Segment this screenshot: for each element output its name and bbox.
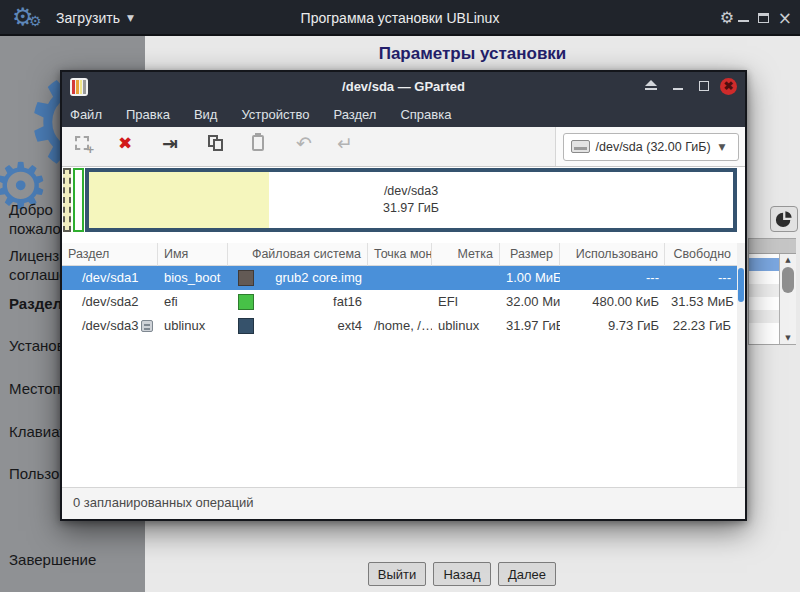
partition-bar-label: /dev/sda3 31.97 ГиБ [89,183,733,217]
undo-button[interactable]: ↶ [290,129,318,157]
ublinux-gears-logo-icon: ⚙ ⚙ [12,2,48,34]
pie-chart-icon [775,210,793,228]
menu-device[interactable]: Устройство [241,107,309,122]
menu-edit[interactable]: Правка [126,107,170,122]
resize-move-button[interactable]: ⇥ [156,129,184,157]
system-topbar: ⚙ ⚙ Загрузить ▼ Программа установки UBLi… [0,0,800,36]
scroll-up-icon[interactable]: ▲ [780,256,796,264]
gear-icon: ⚙ [29,12,42,30]
cell-free: 22.23 ГиБ [665,314,737,338]
partition-segment-sda1[interactable] [63,168,71,232]
screen: ⚙ ⚙ Загрузить ▼ Программа установки UBLi… [0,0,800,592]
scrollbar-thumb[interactable] [738,268,744,302]
header-size[interactable]: Размер [500,243,560,266]
header-label[interactable]: Метка [432,243,500,266]
chevron-down-icon: ▼ [719,142,726,152]
table-row[interactable] [749,284,780,297]
partition-table-header: Раздел Имя Файловая система Точка монт М… [62,243,737,266]
close-icon[interactable]: × [778,10,792,27]
cell-partition: /dev/sda2 [62,290,158,314]
device-selector[interactable]: /dev/sda (32.00 ГиБ) ▼ [563,133,739,161]
close-icon[interactable]: ✖ [720,78,737,95]
minimize-icon[interactable] [738,20,749,22]
maximize-icon[interactable] [758,13,769,23]
eject-icon[interactable] [645,80,657,92]
cell-name: bios_boot [158,266,228,290]
table-row-sda3[interactable]: /dev/sda3 ublinux ext4 /home, /… ublinux… [62,314,737,338]
gparted-titlebar[interactable]: /dev/sda — GParted ✖ [62,72,745,102]
cell-label: EFI [432,290,500,314]
footer-buttons: Выйти Назад Далее [368,562,556,586]
delete-icon: ✖ [118,133,132,153]
menu-file[interactable]: Файл [70,107,102,122]
resize-move-icon: ⇥ [162,132,178,154]
scrollbar[interactable]: ▲ ▼ [779,254,796,344]
filesystem-color-swatch [238,318,254,334]
back-button[interactable]: Назад [433,562,491,586]
cell-free: --- [665,266,737,290]
gparted-table-scrollbar[interactable] [737,243,745,487]
paste-icon [252,135,264,151]
undo-icon: ↶ [296,132,312,154]
cell-label: ublinux [432,314,500,338]
settings-gear-icon[interactable]: ⚙ [720,0,734,36]
header-filesystem[interactable]: Файловая система [228,243,368,266]
partition-segment-sda3[interactable]: /dev/sda3 31.97 ГиБ [85,168,737,232]
menu-view[interactable]: Вид [194,107,218,122]
header-name[interactable]: Имя [158,243,228,266]
selected-row[interactable] [749,258,780,271]
partition-segment-sda2[interactable] [73,168,84,232]
filesystem-color-swatch [238,270,254,286]
filesystem-color-swatch [238,294,254,310]
window-title: Программа установки UBLinux [200,0,600,36]
next-button[interactable]: Далее [498,562,556,586]
cell-filesystem: ext4 [254,314,368,338]
menu-help[interactable]: Справка [400,107,451,122]
gparted-window: /dev/sda — GParted ✖ Файл Правка Вид Уст… [60,70,747,521]
paste-button[interactable] [244,129,272,157]
gparted-statusbar: 0 запланированных операций [62,487,745,519]
table-row-sda2[interactable]: /dev/sda2 efi fat16 EFI 32.00 МиБ 480.00… [62,290,737,314]
chevron-down-icon: ▼ [127,13,134,23]
cell-free: 31.53 МиБ [665,290,737,314]
scrollbar-thumb[interactable] [782,267,794,293]
minimize-icon[interactable] [673,88,683,90]
cell-mountpoint: /home, /… [368,314,432,338]
partition-bar-size: 31.97 ГиБ [89,200,733,217]
header-free[interactable]: Свободно [665,243,737,266]
boot-menu-label: Загрузить [56,10,120,26]
menu-partition[interactable]: Раздел [333,107,376,122]
device-selector-label: /dev/sda (32.00 ГиБ) [596,140,711,154]
restore-icon[interactable] [699,81,709,91]
cell-used: 480.00 КиБ [560,290,665,314]
header-used[interactable]: Использовано [560,243,665,266]
gparted-window-title: /dev/sda — GParted [62,72,745,102]
gparted-menubar: Файл Правка Вид Устройство Раздел Справк… [62,102,745,127]
apply-button[interactable]: ↵ [331,129,359,157]
partition-visual-bar: /dev/sda3 31.97 ГиБ [62,167,745,243]
table-row-sda1[interactable]: /dev/sda1 bios_boot grub2 core.img 1.00 … [62,266,737,290]
copy-button[interactable] [201,129,229,157]
header-partition[interactable]: Раздел [62,243,158,266]
page-title: Параметры установки [145,44,800,64]
delete-partition-button[interactable]: ✖ [111,129,139,157]
cell-name: efi [158,290,228,314]
gparted-toolbar: ✖ ⇥ ↶ ↵ /dev/sda (32.00 ГиБ) ▼ [62,127,745,167]
sidebar-item-finish[interactable]: Завершение [9,550,141,569]
table-row[interactable] [749,310,780,323]
new-partition-button[interactable] [68,129,96,157]
cell-partition: /dev/sda1 [62,266,158,290]
quit-button[interactable]: Выйти [368,562,426,586]
cell-name: ublinux [158,314,228,338]
apply-icon: ↵ [337,132,353,154]
pie-chart-button[interactable] [770,206,798,232]
disk-drive-icon [571,140,590,153]
header-mountpoint[interactable]: Точка монт [368,243,432,266]
new-partition-icon [75,136,89,150]
scroll-down-icon[interactable]: ▼ [780,334,796,342]
table-header [749,239,796,254]
table-empty-area [62,338,737,487]
boot-menu-button[interactable]: Загрузить ▼ [56,0,134,36]
cell-used: --- [560,266,665,290]
cell-size: 31.97 ГиБ [500,314,560,338]
